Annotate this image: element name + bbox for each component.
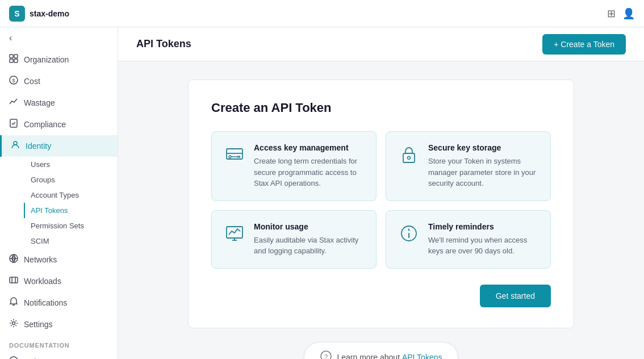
feature-access-key: Access key management Create long term c…	[211, 131, 377, 201]
secure-storage-title: Secure key storage	[428, 143, 539, 152]
sidebar-item-settings-label: Settings	[24, 320, 53, 329]
svg-rect-1	[14, 55, 18, 58]
feature-secure-storage: Secure key storage Store your Token in s…	[386, 131, 551, 201]
sidebar-item-users[interactable]: Users	[24, 157, 118, 172]
cost-icon: $	[9, 76, 18, 87]
app-name: stax-demo	[30, 9, 69, 18]
sidebar-item-organization-label: Organization	[24, 55, 69, 64]
sidebar-item-compliance[interactable]: Compliance	[0, 114, 118, 135]
learn-more-text: Learn more about API Tokens	[337, 353, 442, 359]
topbar: S stax-demo ⊞ 👤	[0, 0, 644, 27]
sidebar-item-wastage-label: Wastage	[24, 98, 55, 107]
identity-icon	[11, 140, 20, 152]
svg-rect-11	[10, 277, 18, 283]
sidebar-item-help[interactable]: ? Help	[0, 351, 118, 359]
layout: ‹ Organization $ Cost Wastage Compliance	[0, 27, 644, 359]
secure-storage-content: Secure key storage Store your Token in s…	[428, 143, 539, 189]
sidebar-item-notifications[interactable]: Notifications	[0, 292, 118, 314]
feature-timely-reminders: Timely reminders We'll remind you when a…	[386, 210, 551, 269]
access-key-title: Access key management	[254, 143, 365, 152]
sidebar-item-identity-label: Identity	[26, 141, 51, 151]
access-key-icon	[223, 143, 246, 166]
topbar-right: ⊞ 👤	[607, 7, 635, 20]
get-started-button[interactable]: Get started	[480, 285, 551, 307]
sidebar-item-networks[interactable]: Networks	[0, 249, 118, 270]
grid-icon[interactable]: ⊞	[607, 7, 616, 20]
learn-more-link[interactable]: API Tokens	[402, 353, 442, 359]
help-icon: ?	[9, 356, 18, 359]
sidebar-item-workloads[interactable]: Workloads	[0, 270, 118, 292]
monitor-usage-icon	[223, 222, 246, 245]
access-key-desc: Create long term credentials for secure …	[254, 156, 365, 189]
sidebar-item-account-types[interactable]: Account Types	[24, 187, 118, 203]
svg-point-7	[14, 141, 17, 145]
sidebar-item-compliance-label: Compliance	[24, 120, 66, 129]
sidebar-item-networks-label: Networks	[24, 255, 57, 264]
svg-point-14	[12, 322, 15, 325]
page-header: API Tokens + Create a Token	[118, 27, 644, 61]
svg-rect-27	[403, 153, 415, 162]
svg-text:?: ?	[324, 353, 327, 360]
settings-icon	[9, 319, 18, 330]
monitor-usage-content: Monitor usage Easily auditable via Stax …	[254, 222, 365, 257]
secure-storage-icon	[398, 143, 420, 166]
sidebar-item-scim[interactable]: SCIM	[24, 233, 118, 249]
learn-more-icon: ?	[320, 350, 332, 360]
networks-icon	[9, 254, 18, 265]
notifications-icon	[9, 297, 18, 308]
sidebar-item-api-tokens[interactable]: API Tokens	[24, 203, 118, 218]
sidebar-item-cost-label: Cost	[24, 77, 40, 86]
page-title: API Tokens	[136, 38, 191, 50]
compliance-icon	[9, 119, 18, 130]
svg-point-23	[229, 156, 231, 158]
svg-rect-0	[10, 55, 13, 58]
app-logo: S	[9, 6, 25, 22]
timely-reminders-desc: We'll remind you when access keys are ov…	[428, 235, 539, 257]
content-area: Create an API Token	[118, 61, 644, 359]
documentation-section-label: DOCUMENTATION	[0, 335, 118, 351]
sidebar-item-notifications-label: Notifications	[24, 298, 67, 307]
sidebar: ‹ Organization $ Cost Wastage Compliance	[0, 27, 118, 359]
sidebar-item-cost[interactable]: $ Cost	[0, 70, 118, 92]
sidebar-item-groups[interactable]: Groups	[24, 172, 118, 187]
access-key-content: Access key management Create long term c…	[254, 143, 365, 189]
timely-reminders-title: Timely reminders	[428, 222, 539, 231]
sidebar-item-workloads-label: Workloads	[24, 277, 61, 286]
sidebar-item-settings[interactable]: Settings	[0, 314, 118, 335]
wastage-icon	[9, 97, 18, 108]
api-token-card-title: Create an API Token	[211, 101, 551, 115]
sidebar-item-wastage[interactable]: Wastage	[0, 92, 118, 114]
identity-sub-menu: Users Groups Account Types API Tokens Pe…	[0, 157, 118, 249]
svg-text:$: $	[12, 78, 15, 84]
get-started-row: Get started	[211, 285, 551, 307]
timely-reminders-content: Timely reminders We'll remind you when a…	[428, 222, 539, 257]
workloads-icon	[9, 275, 18, 287]
feature-monitor-usage: Monitor usage Easily auditable via Stax …	[211, 210, 377, 269]
features-grid: Access key management Create long term c…	[211, 131, 551, 269]
create-token-button[interactable]: + Create a Token	[542, 34, 626, 55]
api-token-card: Create an API Token	[188, 80, 574, 328]
monitor-usage-desc: Easily auditable via Stax activity and l…	[254, 235, 365, 257]
sidebar-toggle[interactable]: ‹	[0, 27, 118, 49]
sidebar-item-permission-sets[interactable]: Permission Sets	[24, 218, 118, 233]
svg-point-28	[408, 157, 411, 160]
svg-rect-3	[14, 59, 18, 62]
timely-reminders-icon	[398, 222, 420, 245]
secure-storage-desc: Store your Token in systems manager para…	[428, 156, 539, 189]
monitor-usage-title: Monitor usage	[254, 222, 365, 231]
learn-more-pill[interactable]: ? Learn more about API Tokens	[304, 342, 459, 360]
organization-icon	[9, 54, 18, 65]
topbar-left: S stax-demo	[9, 6, 69, 22]
sidebar-item-organization[interactable]: Organization	[0, 49, 118, 70]
svg-rect-2	[10, 59, 13, 62]
user-icon[interactable]: 👤	[622, 7, 635, 20]
main-content: API Tokens + Create a Token Create an AP…	[118, 27, 644, 359]
sidebar-item-identity[interactable]: Identity	[0, 135, 118, 157]
